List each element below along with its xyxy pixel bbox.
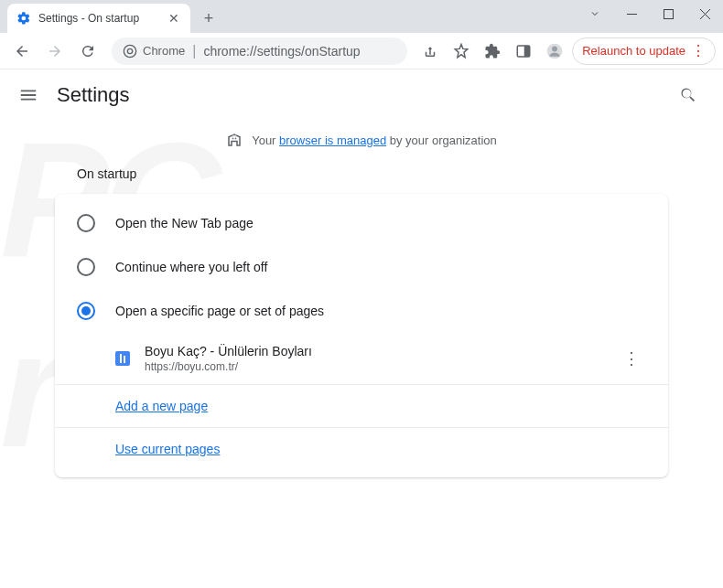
radio-option-newtab[interactable]: Open the New Tab page [55,201,668,245]
svg-point-7 [552,46,557,51]
radio-option-specific[interactable]: Open a specific page or set of pages [55,289,668,333]
page-favicon [115,351,130,366]
profile-icon[interactable] [541,37,568,65]
omnibox-divider: | [192,43,196,59]
radio-icon [77,302,95,320]
svg-rect-0 [627,14,637,15]
chevron-down-icon[interactable] [577,0,613,27]
relaunch-label: Relaunch to update [582,44,685,58]
forward-button[interactable] [40,37,70,66]
menu-icon[interactable] [18,85,38,105]
reload-button[interactable] [73,37,103,66]
svg-rect-5 [524,46,530,57]
svg-point-2 [124,45,135,57]
startup-page-url: https://boyu.com.tr/ [145,360,602,373]
managed-prefix: Your [252,134,279,147]
radio-label: Open the New Tab page [115,216,254,230]
section-title: On startup [77,166,668,181]
site-info-icon[interactable]: Chrome [123,44,185,59]
radio-icon [77,258,95,276]
sidepanel-icon[interactable] [510,37,537,65]
managed-link[interactable]: browser is managed [279,134,386,147]
close-icon[interactable]: ✕ [167,11,181,26]
svg-rect-1 [664,9,673,18]
startup-card: Open the New Tab page Continue where you… [55,194,668,477]
browser-toolbar: Chrome | chrome://settings/onStartup Rel… [0,33,723,69]
settings-header: Settings [0,69,723,121]
add-page-row: Add a new page [55,384,668,427]
address-bar[interactable]: Chrome | chrome://settings/onStartup [112,37,407,65]
bookmark-icon[interactable] [448,37,475,65]
svg-rect-10 [124,356,125,363]
gear-icon [16,11,31,26]
startup-page-row: Boyu Kaç? - Ünlülerin Boyları https://bo… [55,333,668,384]
managed-banner: Your browser is managed by your organiza… [0,121,723,166]
omnibox-prefix: Chrome [143,44,185,58]
relaunch-button[interactable]: Relaunch to update ⋮ [572,37,716,65]
svg-point-3 [127,48,132,53]
add-page-link[interactable]: Add a new page [115,399,208,413]
close-button[interactable] [686,0,723,27]
minimize-button[interactable] [613,0,650,27]
window-titlebar: Settings - On startup ✕ + [0,0,723,33]
more-icon[interactable]: ⋮ [617,344,646,373]
radio-option-continue[interactable]: Continue where you left off [55,245,668,289]
svg-rect-9 [120,354,122,363]
omnibox-url: chrome://settings/onStartup [203,44,360,59]
building-icon [226,132,243,148]
share-icon[interactable] [416,37,444,65]
page-title: Settings [57,83,130,107]
new-tab-button[interactable]: + [196,5,221,31]
more-icon: ⋮ [691,42,706,59]
extensions-icon[interactable] [479,37,506,65]
tab-title: Settings - On startup [38,12,159,25]
use-current-link[interactable]: Use current pages [115,442,220,456]
radio-label: Continue where you left off [115,260,267,274]
managed-suffix: by your organization [386,134,497,147]
use-current-row: Use current pages [55,427,668,470]
maximize-button[interactable] [650,0,686,27]
radio-label: Open a specific page or set of pages [115,304,324,318]
back-button[interactable] [7,37,37,66]
svg-rect-8 [115,351,130,366]
search-icon[interactable] [672,79,705,112]
radio-icon [77,214,95,232]
browser-tab[interactable]: Settings - On startup ✕ [7,4,190,33]
startup-page-title: Boyu Kaç? - Ünlülerin Boyları [145,344,602,358]
